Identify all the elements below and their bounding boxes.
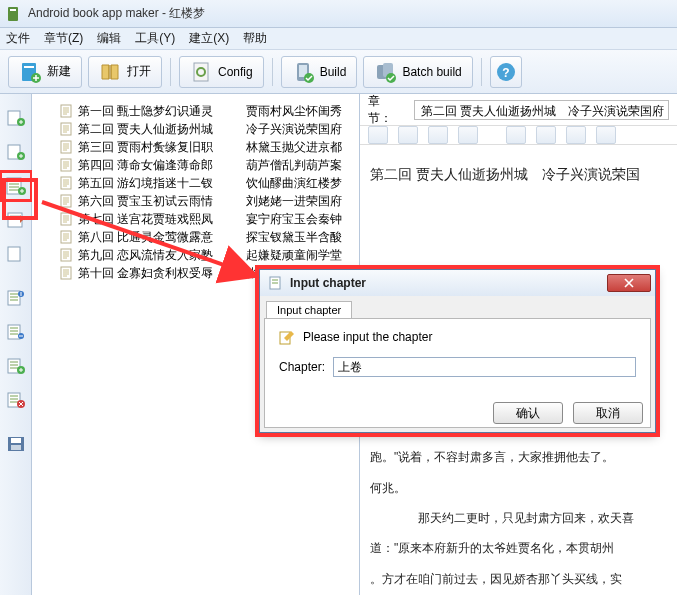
config-button[interactable]: Config [179,56,264,88]
page-icon [60,176,74,190]
side-tool-save-icon[interactable] [5,434,27,454]
tree-col1: 第五回 游幻境指迷十二钗 [78,175,246,192]
menu-build[interactable]: 建立(X) [189,30,229,47]
menu-tools[interactable]: 工具(Y) [135,30,175,47]
build-label: Build [320,65,347,79]
svg-text:?: ? [502,66,509,80]
new-icon [19,61,41,83]
side-tool-9-icon[interactable] [5,390,27,410]
side-toolbar [0,94,32,595]
menu-edit[interactable]: 编辑 [97,30,121,47]
editor-tool-icon[interactable] [368,126,388,144]
menu-file[interactable]: 文件 [6,30,30,47]
tree-row[interactable]: 第七回 送宫花贾琏戏熙凤宴宁府宝玉会秦钟 [36,210,355,228]
help-button[interactable]: ? [490,56,522,88]
tree-row[interactable]: 第四回 薄命女偏逢薄命郎葫芦僧乱判葫芦案 [36,156,355,174]
body-line: 那天约二更时，只见封肃方回来，欢天喜 [370,508,667,528]
close-icon [624,278,634,288]
dialog-icon [268,275,284,291]
tree-col1: 第一回 甄士隐梦幻识通灵 [78,103,246,120]
page-icon [60,248,74,262]
svg-rect-1 [10,9,16,11]
side-tool-import-icon[interactable] [5,176,27,196]
svg-rect-33 [11,445,21,450]
svg-rect-43 [61,267,71,279]
dialog-title: Input chapter [290,276,366,290]
tree-row[interactable]: 第二回 贾夫人仙逝扬州城冷子兴演说荣国府 [36,120,355,138]
editor-tool-icon[interactable] [596,126,616,144]
tree-col1: 第十回 金寡妇贪利权受辱 [78,265,246,282]
tree-row[interactable]: 第一回 甄士隐梦幻识通灵贾雨村风尘怀闺秀 [36,102,355,120]
page-icon [60,158,74,172]
tree-row[interactable]: 第五回 游幻境指迷十二钗饮仙醪曲演红楼梦 [36,174,355,192]
tree-col2: 探宝钗黛玉半含酸 [246,229,342,246]
chapter-bar: 章节： 第二回 贾夫人仙逝扬州城 冷子兴演说荣国府 [360,94,677,126]
toolbar-separator [170,58,171,86]
editor-toolbar [360,126,677,145]
window-title: Android book app maker - 红楼梦 [28,5,205,22]
batch-label: Batch build [402,65,461,79]
editor-tool-icon[interactable] [458,126,478,144]
tree-col1: 第六回 贾宝玉初试云雨情 [78,193,246,210]
tree-col2: 饮仙醪曲演红楼梦 [246,175,342,192]
dialog-tab[interactable]: Input chapter [266,301,352,318]
editor-tool-icon[interactable] [566,126,586,144]
tree-row[interactable]: 第六回 贾宝玉初试云雨情刘姥姥一进荣国府 [36,192,355,210]
chapter-field[interactable]: 第二回 贾夫人仙逝扬州城 冷子兴演说荣国府 [414,100,669,120]
tree-row[interactable]: 第三回 贾雨村夤缘复旧职林黛玉抛父进京都 [36,138,355,156]
svg-rect-41 [61,231,71,243]
svg-rect-39 [61,195,71,207]
config-icon [190,61,212,83]
page-icon [60,194,74,208]
tree-col1: 第八回 比通灵金莺微露意 [78,229,246,246]
tree-col1: 第四回 薄命女偏逢薄命郎 [78,157,246,174]
chapter-input[interactable] [333,357,636,377]
editor-tool-icon[interactable] [506,126,526,144]
tree-col2: 刘姥姥一进荣国府 [246,193,342,210]
menu-help[interactable]: 帮助 [243,30,267,47]
editor-tool-icon[interactable] [536,126,556,144]
tree-row[interactable]: 第九回 恋风流情友入家塾起嫌疑顽童闹学堂 [36,246,355,264]
ok-button[interactable]: 确认 [493,402,563,424]
side-tool-2-icon[interactable] [5,142,27,162]
tree-row[interactable]: 第八回 比通灵金莺微露意探宝钗黛玉半含酸 [36,228,355,246]
page-icon [60,230,74,244]
new-button[interactable]: 新建 [8,56,82,88]
tree-col2: 葫芦僧乱判葫芦案 [246,157,342,174]
page-icon [60,104,74,118]
open-label: 打开 [127,63,151,80]
app-icon [6,6,22,22]
dialog-titlebar[interactable]: Input chapter [260,270,655,296]
build-icon [292,61,314,83]
svg-rect-37 [61,159,71,171]
body-line: 道："原来本府新升的太爷姓贾名化，本贯胡州 [370,538,667,558]
svg-rect-42 [61,249,71,261]
side-tool-6-icon[interactable] [5,288,27,308]
new-label: 新建 [47,63,71,80]
side-tool-1-icon[interactable] [5,108,27,128]
tree-col1: 第三回 贾雨村夤缘复旧职 [78,139,246,156]
side-tool-7-icon[interactable] [5,322,27,342]
svg-rect-40 [61,213,71,225]
dialog-close-button[interactable] [607,274,651,292]
build-button[interactable]: Build [281,56,358,88]
tree-col1: 第七回 送宫花贾琏戏熙凤 [78,211,246,228]
tree-col2: 宴宁府宝玉会秦钟 [246,211,342,228]
editor-tool-icon[interactable] [398,126,418,144]
tree-col2: 张 [246,265,258,282]
tree-col2: 林黛玉抛父进京都 [246,139,342,156]
side-tool-4-icon[interactable] [5,210,27,230]
page-icon [60,122,74,136]
menu-chapter[interactable]: 章节(Z) [44,30,83,47]
cancel-button[interactable]: 取消 [573,402,643,424]
chapter-label: 章节： [368,94,404,127]
tree-col2: 贾雨村风尘怀闺秀 [246,103,342,120]
open-button[interactable]: 打开 [88,56,162,88]
batch-build-button[interactable]: Batch build [363,56,472,88]
side-tool-5-icon[interactable] [5,244,27,264]
editor-tool-icon[interactable] [428,126,448,144]
side-tool-8-icon[interactable] [5,356,27,376]
svg-rect-35 [61,123,71,135]
window-titlebar: Android book app maker - 红楼梦 [0,0,677,28]
page-icon [60,140,74,154]
